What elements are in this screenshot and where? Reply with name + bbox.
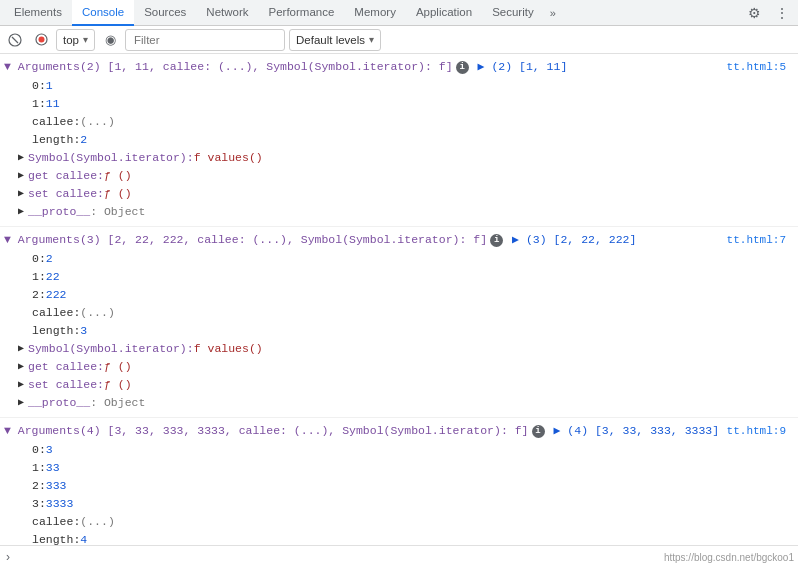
prop-line[interactable]: ▶set callee: ƒ () bbox=[18, 376, 794, 394]
expand-triangle-icon: ▶ bbox=[18, 186, 24, 202]
prop-line[interactable]: 0: 3 bbox=[18, 441, 794, 459]
prop-key: 0: bbox=[32, 442, 46, 458]
prop-line[interactable]: 1: 33 bbox=[18, 459, 794, 477]
prop-val: ƒ () bbox=[104, 186, 132, 202]
tab-overflow[interactable]: » bbox=[544, 3, 562, 23]
prop-val: 222 bbox=[46, 287, 67, 303]
clear-console-button[interactable] bbox=[4, 29, 26, 51]
entry-preview: ▶ (2) [1, 11] bbox=[478, 59, 568, 75]
expand-triangle-icon: ▶ bbox=[18, 359, 24, 375]
prop-line[interactable]: ▶__proto__: Object bbox=[18, 203, 794, 221]
prop-line[interactable]: ▶get callee: ƒ () bbox=[18, 358, 794, 376]
entry-header[interactable]: ▼ Arguments(3) [2, 22, 222, callee: (...… bbox=[0, 230, 798, 250]
console-entry: ▼ Arguments(3) [2, 22, 222, callee: (...… bbox=[0, 227, 798, 418]
eye-button[interactable]: ◉ bbox=[99, 29, 121, 51]
tab-console[interactable]: Console bbox=[72, 0, 134, 26]
prop-key: 0: bbox=[32, 78, 46, 94]
prop-line[interactable]: ▶Symbol(Symbol.iterator): f values() bbox=[18, 340, 794, 358]
prop-val: 22 bbox=[46, 269, 60, 285]
tab-memory[interactable]: Memory bbox=[344, 0, 406, 26]
prop-val: 3333 bbox=[46, 496, 74, 512]
prop-line[interactable]: ▶set callee: ƒ () bbox=[18, 185, 794, 203]
prop-line[interactable]: callee: (...) bbox=[18, 304, 794, 322]
prop-line[interactable]: ▶Symbol(Symbol.iterator): f values() bbox=[18, 149, 794, 167]
prop-key: length: bbox=[32, 323, 80, 339]
prop-key: Symbol(Symbol.iterator): bbox=[28, 150, 194, 166]
prop-val: 1 bbox=[46, 78, 53, 94]
expand-triangle-icon: ▶ bbox=[18, 395, 24, 411]
prop-val: 3 bbox=[46, 442, 53, 458]
tab-application[interactable]: Application bbox=[406, 0, 482, 26]
context-chevron-icon: ▾ bbox=[83, 34, 88, 45]
prop-line[interactable]: length: 4 bbox=[18, 531, 794, 545]
prop-key: length: bbox=[32, 132, 80, 148]
svg-point-3 bbox=[38, 37, 44, 43]
prop-key: callee: bbox=[32, 514, 80, 530]
prop-line[interactable]: callee: (...) bbox=[18, 513, 794, 531]
prop-line[interactable]: 2: 333 bbox=[18, 477, 794, 495]
entry-summary: ▼ Arguments(3) [2, 22, 222, callee: (...… bbox=[4, 232, 487, 248]
console-prompt: › bbox=[0, 545, 798, 567]
prop-val: 2 bbox=[46, 251, 53, 267]
prop-line[interactable]: 3: 3333 bbox=[18, 495, 794, 513]
prop-line[interactable]: callee: (...) bbox=[18, 113, 794, 131]
prop-val: ƒ () bbox=[104, 168, 132, 184]
prop-line[interactable]: 0: 2 bbox=[18, 250, 794, 268]
prop-key: 1: bbox=[32, 460, 46, 476]
tab-elements[interactable]: Elements bbox=[4, 0, 72, 26]
prop-key: 2: bbox=[32, 478, 46, 494]
prop-val: ƒ () bbox=[104, 377, 132, 393]
entry-summary: ▼ Arguments(2) [1, 11, callee: (...), Sy… bbox=[4, 59, 453, 75]
prop-val: 3 bbox=[80, 323, 87, 339]
prop-key: 3: bbox=[32, 496, 46, 512]
stop-recording-button[interactable] bbox=[30, 29, 52, 51]
tab-performance[interactable]: Performance bbox=[259, 0, 345, 26]
expand-triangle-icon: ▶ bbox=[18, 341, 24, 357]
prop-line[interactable]: 1: 11 bbox=[18, 95, 794, 113]
prop-line[interactable]: length: 2 bbox=[18, 131, 794, 149]
levels-selector[interactable]: Default levels ▾ bbox=[289, 29, 381, 51]
entry-header[interactable]: ▼ Arguments(2) [1, 11, callee: (...), Sy… bbox=[0, 57, 798, 77]
devtools-tab-bar: Elements Console Sources Network Perform… bbox=[0, 0, 798, 26]
prop-key: set callee: bbox=[28, 186, 104, 202]
entry-link[interactable]: tt.html:9 bbox=[727, 423, 794, 439]
levels-chevron-icon: ▾ bbox=[369, 34, 374, 45]
prop-val: 33 bbox=[46, 460, 60, 476]
svg-line-1 bbox=[12, 37, 18, 43]
prop-line[interactable]: 0: 1 bbox=[18, 77, 794, 95]
prop-val: (...) bbox=[80, 114, 115, 130]
prop-key: Symbol(Symbol.iterator): bbox=[28, 341, 194, 357]
prop-key: 1: bbox=[32, 269, 46, 285]
filter-input[interactable] bbox=[125, 29, 285, 51]
entry-preview: ▶ (4) [3, 33, 333, 3333] bbox=[554, 423, 720, 439]
entry-link[interactable]: tt.html:5 bbox=[727, 59, 794, 75]
tab-network[interactable]: Network bbox=[196, 0, 258, 26]
prop-line[interactable]: length: 3 bbox=[18, 322, 794, 340]
prop-line[interactable]: ▶__proto__: Object bbox=[18, 394, 794, 412]
entry-header[interactable]: ▼ Arguments(4) [3, 33, 333, 3333, callee… bbox=[0, 421, 798, 441]
tab-sources[interactable]: Sources bbox=[134, 0, 196, 26]
prop-val: 2 bbox=[80, 132, 87, 148]
info-badge: i bbox=[456, 61, 469, 74]
console-entry: ▼ Arguments(2) [1, 11, callee: (...), Sy… bbox=[0, 54, 798, 227]
expand-triangle-icon: ▶ bbox=[18, 377, 24, 393]
prop-line[interactable]: ▶get callee: ƒ () bbox=[18, 167, 794, 185]
entry-preview: ▶ (3) [2, 22, 222] bbox=[512, 232, 636, 248]
prop-key: get callee: bbox=[28, 168, 104, 184]
prop-key: set callee: bbox=[28, 377, 104, 393]
prop-val: 333 bbox=[46, 478, 67, 494]
prop-key: 1: bbox=[32, 96, 46, 112]
prop-val: ƒ () bbox=[104, 359, 132, 375]
prop-line[interactable]: 2: 222 bbox=[18, 286, 794, 304]
info-badge: i bbox=[532, 425, 545, 438]
context-selector[interactable]: top ▾ bbox=[56, 29, 95, 51]
prop-key: 2: bbox=[32, 287, 46, 303]
expand-triangle-icon: ▶ bbox=[18, 150, 24, 166]
settings-icon[interactable]: ⚙ bbox=[742, 1, 766, 25]
more-icon[interactable]: ⋮ bbox=[770, 1, 794, 25]
tab-security[interactable]: Security bbox=[482, 0, 544, 26]
prop-key: length: bbox=[32, 532, 80, 545]
prompt-arrow: › bbox=[6, 550, 10, 564]
prop-line[interactable]: 1: 22 bbox=[18, 268, 794, 286]
entry-link[interactable]: tt.html:7 bbox=[727, 232, 794, 248]
